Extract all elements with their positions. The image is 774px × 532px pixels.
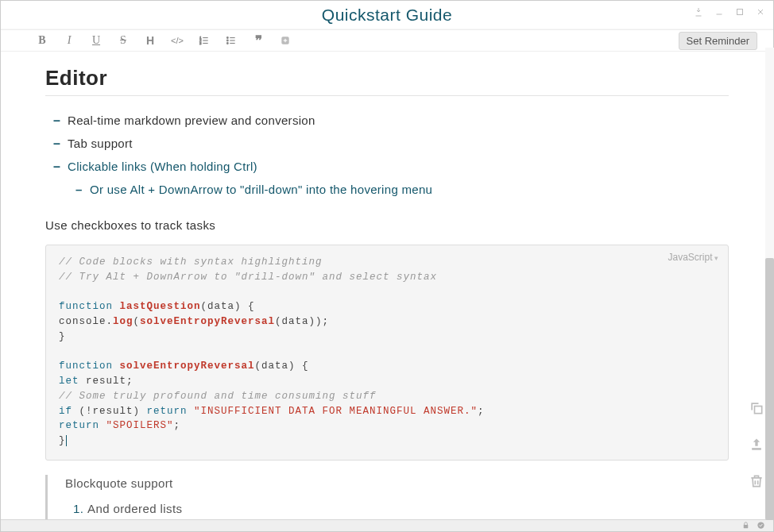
- upload-icon[interactable]: [749, 437, 764, 456]
- code-fn: solveEntropyReversal: [140, 316, 275, 327]
- strikethrough-button[interactable]: S: [117, 34, 130, 47]
- blockquote: Blockquote support And ordered lists You…: [45, 475, 729, 519]
- svg-point-15: [226, 43, 228, 44]
- list-item: Clickable links (When holding Ctrl) Or u…: [45, 155, 729, 204]
- list-item-text: And ordered lists: [87, 502, 182, 515]
- svg-rect-19: [755, 407, 762, 414]
- code-text: (data) {: [255, 360, 309, 372]
- code-text: (data));: [275, 316, 329, 327]
- status-bar: [1, 519, 773, 531]
- heading-button[interactable]: H: [144, 34, 157, 47]
- side-action-bar: [749, 400, 764, 492]
- code-text: console.: [59, 316, 113, 327]
- lock-icon: [741, 519, 750, 532]
- code-text: ;: [478, 406, 485, 417]
- trash-icon[interactable]: [749, 473, 764, 492]
- set-reminder-button[interactable]: Set Reminder: [679, 32, 757, 50]
- code-fn: solveEntropyReversal: [120, 360, 255, 372]
- code-kw: function: [59, 301, 113, 312]
- code-fn: log: [113, 316, 134, 327]
- code-kw: let: [59, 376, 79, 387]
- code-text: ;: [174, 420, 181, 431]
- code-comment: // Code blocks with syntax highlighting: [59, 256, 323, 268]
- scrollbar-thumb[interactable]: [765, 258, 774, 520]
- code-kw: return: [147, 406, 188, 417]
- svg-text:3: 3: [199, 41, 201, 45]
- editor-heading: Editor: [45, 66, 729, 96]
- unordered-list-button[interactable]: [225, 35, 238, 46]
- code-button[interactable]: </>: [171, 36, 184, 45]
- code-comment: // Try Alt + DownArrow to "drill-down" a…: [59, 272, 437, 283]
- code-string: "SPOILERS": [99, 420, 174, 431]
- list-item-text: Tab support: [68, 137, 133, 150]
- format-toolbar: B I U S H </> 123 ❞ Set Reminder: [1, 29, 773, 52]
- svg-point-13: [226, 37, 228, 39]
- minimize-icon[interactable]: [714, 7, 724, 19]
- blockquote-title: Blockquote support: [65, 476, 173, 490]
- svg-rect-20: [752, 448, 761, 450]
- code-fn: lastQuestion: [120, 301, 201, 312]
- blockquote-button[interactable]: ❞: [252, 33, 265, 49]
- svg-rect-1: [737, 10, 743, 15]
- ordered-list: And ordered lists You can even nest them…: [65, 498, 729, 519]
- bold-button[interactable]: B: [36, 34, 48, 47]
- code-string: "INSUFFICIENT DATA FOR MEANINGFUL ANSWER…: [188, 406, 478, 417]
- window-titlebar: Quickstart Guide: [1, 1, 773, 29]
- ordered-list-button[interactable]: 123: [198, 35, 211, 46]
- code-text: (: [134, 316, 141, 327]
- text-cursor: [66, 435, 74, 446]
- clickable-link[interactable]: Or use Alt + DownArrow to "drill-down" i…: [90, 183, 432, 196]
- code-text: result;: [79, 376, 134, 387]
- add-block-button[interactable]: [279, 35, 292, 46]
- code-kw: function: [59, 360, 113, 372]
- svg-point-22: [757, 522, 764, 528]
- code-text: }: [59, 331, 66, 342]
- list-item: And ordered lists: [87, 498, 729, 519]
- svg-rect-21: [744, 525, 749, 528]
- code-text: (!result): [72, 406, 147, 417]
- maximize-icon[interactable]: [735, 7, 745, 19]
- list-item-text: Real-time markdown preview and conversio…: [68, 114, 315, 127]
- underline-button[interactable]: U: [90, 34, 103, 47]
- list-item: Tab support: [45, 132, 729, 155]
- window-title: Quickstart Guide: [322, 6, 452, 25]
- code-text: }: [59, 435, 66, 446]
- code-block[interactable]: JavaScript // Code blocks with syntax hi…: [45, 245, 729, 461]
- window-controls: [694, 7, 765, 19]
- code-comment: // Some truly profound and time consumin…: [59, 391, 377, 402]
- editor-scroll-area[interactable]: Editor Real-time markdown preview and co…: [1, 52, 773, 519]
- svg-point-14: [226, 40, 228, 41]
- code-text: (data) {: [201, 301, 255, 312]
- pin-icon[interactable]: [694, 7, 703, 19]
- italic-button[interactable]: I: [63, 34, 75, 47]
- clickable-link[interactable]: Clickable links (When holding Ctrl): [68, 160, 257, 173]
- list-item: Real-time markdown preview and conversio…: [45, 109, 729, 132]
- close-icon[interactable]: [756, 7, 765, 19]
- code-kw: if: [59, 406, 72, 417]
- sync-ok-icon: [757, 519, 765, 532]
- copy-icon[interactable]: [749, 400, 764, 419]
- list-item: Or use Alt + DownArrow to "drill-down" i…: [68, 179, 729, 199]
- code-kw: return: [59, 420, 99, 431]
- code-language-selector[interactable]: JavaScript: [668, 250, 718, 264]
- checkbox-instruction: Use checkboxes to track tasks: [45, 218, 729, 232]
- feature-list: Real-time markdown preview and conversio…: [45, 109, 729, 204]
